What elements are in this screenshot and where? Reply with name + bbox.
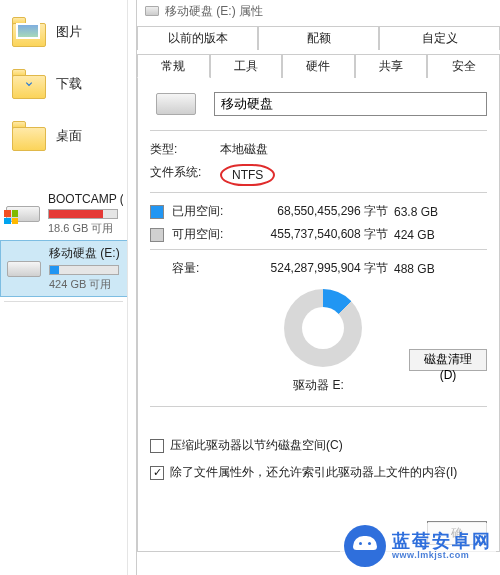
watermark-title: 蓝莓安卓网 [392,532,492,551]
free-space-label: 可用空间: [172,226,238,243]
tab-tools[interactable]: 工具 [210,54,283,78]
nav-item-label: 下载 [56,75,82,93]
drive-usage-bar [48,209,118,219]
used-color-swatch [150,205,164,219]
free-space-bytes: 455,737,540,608 字节 [238,226,394,243]
drive-large-icon [156,93,196,115]
tab-security[interactable]: 安全 [427,54,500,78]
type-label: 类型: [150,141,220,158]
used-space-bytes: 68,550,455,296 字节 [238,203,394,220]
nav-item-label: 图片 [56,23,82,41]
tab-previous-versions[interactable]: 以前的版本 [137,26,258,50]
nav-divider [4,301,123,302]
type-value: 本地磁盘 [220,141,268,158]
drive-free-text: 18.6 GB 可用 [48,221,123,236]
disk-cleanup-button[interactable]: 磁盘清理(D) [409,349,487,371]
windows-logo-icon [4,210,18,224]
nav-item-label: 桌面 [56,127,82,145]
nav-item-pictures[interactable]: 图片 [0,6,127,58]
drive-icon [5,255,43,283]
nav-item-downloads[interactable]: 下载 [0,58,127,110]
tab-general[interactable]: 常规 [137,54,210,78]
drive-item-removable[interactable]: 移动硬盘 (E:) 424 GB 可用 [0,240,127,297]
divider [150,249,487,250]
tabs-row-top: 以前的版本 配额 自定义 [137,26,500,50]
android-badge-icon [344,525,386,567]
free-space-human: 424 GB [394,228,454,242]
watermark: 蓝莓安卓网 www.lmkjst.com [340,523,496,569]
volume-name-input[interactable] [214,92,487,116]
used-space-label: 已用空间: [172,203,238,220]
drive-free-text: 424 GB 可用 [49,277,123,292]
tab-quota[interactable]: 配额 [258,26,379,50]
drive-letter-label: 驱动器 E: [150,377,487,394]
space-table: 已用空间: 68,550,455,296 字节 63.8 GB 可用空间: 45… [150,203,487,277]
checkbox-checked-icon[interactable]: ✓ [150,466,164,480]
compress-checkbox-row[interactable]: 压缩此驱动器以节约磁盘空间(C) [150,437,487,454]
used-space-human: 63.8 GB [394,205,454,219]
divider [150,192,487,193]
free-color-swatch [150,228,164,242]
usage-donut-chart [284,289,362,367]
filesystem-label: 文件系统: [150,164,220,186]
download-arrow-icon [22,77,36,91]
drive-list: BOOTCAMP ( 18.6 GB 可用 移动硬盘 (E:) 424 GB 可… [0,188,127,302]
drive-usage-bar [49,265,119,275]
tabs-row-bottom: 常规 工具 硬件 共享 安全 [137,54,500,78]
options-checkboxes: 压缩此驱动器以节约磁盘空间(C) ✓ 除了文件属性外，还允许索引此驱动器上文件的… [150,437,487,481]
tab-customize[interactable]: 自定义 [379,26,500,50]
filesystem-value: NTFS [220,164,275,186]
checkbox-unchecked-icon[interactable] [150,439,164,453]
drive-info: 移动硬盘 (E:) 424 GB 可用 [49,245,123,292]
photo-thumbnail-icon [16,23,40,39]
dialog-title: 移动硬盘 (E:) 属性 [165,3,263,20]
index-checkbox-row[interactable]: ✓ 除了文件属性外，还允许索引此驱动器上文件的内容(I) [150,464,487,481]
drive-item-bootcamp[interactable]: BOOTCAMP ( 18.6 GB 可用 [0,188,127,240]
drive-name: 移动硬盘 (E:) [49,245,123,262]
compress-checkbox-label: 压缩此驱动器以节约磁盘空间(C) [170,437,343,454]
drive-name: BOOTCAMP ( [48,192,123,206]
tab-sharing[interactable]: 共享 [355,54,428,78]
drive-usage-fill [50,266,59,274]
drive-icon [4,200,42,228]
folder-icon [12,17,46,47]
folder-icon [12,69,46,99]
explorer-nav-pane: 图片 下载 桌面 BOOTCAMP ( 18.6 [0,0,128,575]
tab-content-general: 类型: 本地磁盘 文件系统: NTFS 已用空间: 68,550,455,296… [137,78,500,552]
divider [150,130,487,131]
drive-info: BOOTCAMP ( 18.6 GB 可用 [48,192,123,236]
dialog-titlebar[interactable]: 移动硬盘 (E:) 属性 [137,0,500,22]
drive-usage-fill [49,210,103,218]
watermark-url: www.lmkjst.com [392,551,492,560]
capacity-label: 容量: [172,260,238,277]
folder-icon [12,121,46,151]
drive-properties-dialog: 移动硬盘 (E:) 属性 以前的版本 配额 自定义 常规 工具 硬件 共享 安全… [136,0,500,575]
index-checkbox-label: 除了文件属性外，还允许索引此驱动器上文件的内容(I) [170,464,457,481]
tab-hardware[interactable]: 硬件 [282,54,355,78]
drive-icon [145,6,159,16]
nav-item-desktop[interactable]: 桌面 [0,110,127,162]
capacity-human: 488 GB [394,262,454,276]
capacity-bytes: 524,287,995,904 字节 [238,260,394,277]
divider [150,406,487,407]
